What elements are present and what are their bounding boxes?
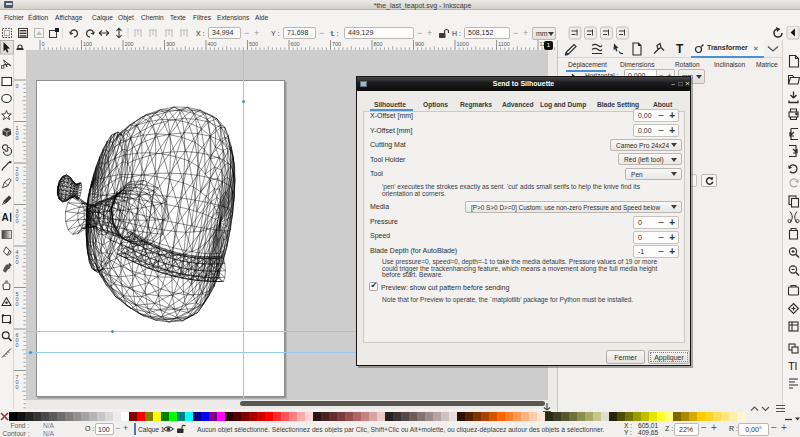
svg-text:900: 900 [415,41,424,47]
svg-text:0: 0 [16,218,19,224]
svg-text:400: 400 [208,41,217,47]
svg-text:600: 600 [291,41,300,47]
svg-text:700: 700 [332,41,341,47]
svg-text:0: 0 [16,384,19,390]
svg-text:0: 0 [16,176,19,182]
svg-text:300: 300 [166,41,175,47]
svg-text:A: A [2,212,9,223]
svg-text:100: 100 [83,41,92,47]
svg-text:200: 200 [125,41,134,47]
svg-text:T: T [676,42,684,56]
svg-text:800: 800 [374,41,383,47]
svg-text:1000: 1000 [457,41,469,47]
svg-text:1100: 1100 [498,41,510,47]
svg-text:T: T [788,360,795,372]
svg-text:500: 500 [249,41,258,47]
svg-text:0: 0 [16,301,19,307]
svg-text:0: 0 [16,135,19,141]
svg-text:0: 0 [16,342,19,348]
svg-text:0: 0 [16,259,19,265]
svg-text:0: 0 [16,83,19,89]
svg-text:0: 0 [42,41,45,47]
